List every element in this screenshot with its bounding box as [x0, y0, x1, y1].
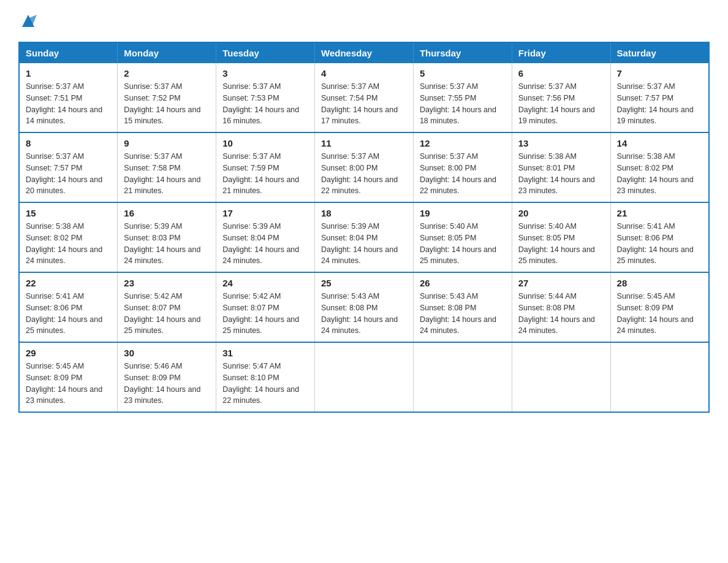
day-number: 12 [420, 138, 506, 148]
calendar-cell: 9Sunrise: 5:37 AMSunset: 7:58 PMDaylight… [118, 132, 216, 202]
day-info: Sunrise: 5:47 AMSunset: 8:10 PMDaylight:… [222, 361, 308, 407]
calendar-cell: 5Sunrise: 5:37 AMSunset: 7:55 PMDaylight… [413, 63, 512, 132]
calendar-week-row: 29Sunrise: 5:45 AMSunset: 8:09 PMDayligh… [19, 342, 709, 412]
calendar-cell: 10Sunrise: 5:37 AMSunset: 7:59 PMDayligh… [216, 132, 315, 202]
calendar-cell: 21Sunrise: 5:41 AMSunset: 8:06 PMDayligh… [610, 202, 709, 272]
calendar-cell: 13Sunrise: 5:38 AMSunset: 8:01 PMDayligh… [512, 132, 610, 202]
day-info: Sunrise: 5:38 AMSunset: 8:02 PMDaylight:… [26, 221, 111, 267]
day-number: 23 [124, 278, 210, 288]
day-number: 16 [124, 208, 210, 218]
calendar-cell: 15Sunrise: 5:38 AMSunset: 8:02 PMDayligh… [19, 202, 118, 272]
day-info: Sunrise: 5:45 AMSunset: 8:09 PMDaylight:… [26, 361, 111, 407]
day-info: Sunrise: 5:37 AMSunset: 7:57 PMDaylight:… [617, 81, 702, 127]
day-number: 3 [222, 68, 308, 79]
day-info: Sunrise: 5:37 AMSunset: 7:53 PMDaylight:… [222, 81, 308, 127]
day-info: Sunrise: 5:44 AMSunset: 8:08 PMDaylight:… [518, 291, 604, 337]
calendar-week-row: 8Sunrise: 5:37 AMSunset: 7:57 PMDaylight… [19, 132, 709, 202]
day-number: 29 [26, 348, 111, 358]
calendar-cell: 1Sunrise: 5:37 AMSunset: 7:51 PMDaylight… [19, 63, 118, 132]
page-header [18, 12, 710, 29]
day-number: 26 [420, 278, 506, 288]
day-number: 7 [617, 68, 702, 79]
calendar-cell: 23Sunrise: 5:42 AMSunset: 8:07 PMDayligh… [118, 272, 216, 342]
calendar-cell: 26Sunrise: 5:43 AMSunset: 8:08 PMDayligh… [413, 272, 512, 342]
day-info: Sunrise: 5:43 AMSunset: 8:08 PMDaylight:… [321, 291, 407, 337]
calendar-header-row: SundayMondayTuesdayWednesdayThursdayFrid… [19, 42, 709, 63]
day-info: Sunrise: 5:45 AMSunset: 8:09 PMDaylight:… [617, 291, 702, 337]
day-number: 2 [124, 68, 210, 79]
calendar-cell: 6Sunrise: 5:37 AMSunset: 7:56 PMDaylight… [512, 63, 610, 132]
calendar-cell: 4Sunrise: 5:37 AMSunset: 7:54 PMDaylight… [315, 63, 414, 132]
calendar-cell [413, 342, 512, 412]
calendar-cell: 24Sunrise: 5:42 AMSunset: 8:07 PMDayligh… [216, 272, 315, 342]
calendar-cell: 12Sunrise: 5:37 AMSunset: 8:00 PMDayligh… [413, 132, 512, 202]
calendar-cell: 30Sunrise: 5:46 AMSunset: 8:09 PMDayligh… [118, 342, 216, 412]
day-number: 9 [124, 138, 210, 148]
day-number: 5 [420, 68, 506, 79]
day-info: Sunrise: 5:37 AMSunset: 7:58 PMDaylight:… [124, 151, 210, 197]
calendar-week-row: 15Sunrise: 5:38 AMSunset: 8:02 PMDayligh… [19, 202, 709, 272]
header-monday: Monday [118, 42, 216, 63]
day-number: 1 [26, 68, 111, 79]
day-info: Sunrise: 5:46 AMSunset: 8:09 PMDaylight:… [124, 361, 210, 407]
day-info: Sunrise: 5:37 AMSunset: 7:54 PMDaylight:… [321, 81, 407, 127]
day-info: Sunrise: 5:42 AMSunset: 8:07 PMDaylight:… [124, 291, 210, 337]
calendar-cell: 8Sunrise: 5:37 AMSunset: 7:57 PMDaylight… [19, 132, 118, 202]
day-number: 24 [222, 278, 308, 288]
day-number: 20 [518, 208, 604, 218]
header-wednesday: Wednesday [315, 42, 414, 63]
day-info: Sunrise: 5:39 AMSunset: 8:04 PMDaylight:… [222, 221, 308, 267]
day-info: Sunrise: 5:42 AMSunset: 8:07 PMDaylight:… [222, 291, 308, 337]
day-number: 25 [321, 278, 407, 288]
calendar-cell: 22Sunrise: 5:41 AMSunset: 8:06 PMDayligh… [19, 272, 118, 342]
calendar-cell: 18Sunrise: 5:39 AMSunset: 8:04 PMDayligh… [315, 202, 414, 272]
calendar-cell [512, 342, 610, 412]
day-info: Sunrise: 5:41 AMSunset: 8:06 PMDaylight:… [26, 291, 111, 337]
day-number: 19 [420, 208, 506, 218]
header-saturday: Saturday [610, 42, 709, 63]
day-info: Sunrise: 5:38 AMSunset: 8:01 PMDaylight:… [518, 151, 604, 197]
day-info: Sunrise: 5:40 AMSunset: 8:05 PMDaylight:… [420, 221, 506, 267]
calendar-cell: 31Sunrise: 5:47 AMSunset: 8:10 PMDayligh… [216, 342, 315, 412]
calendar-cell: 20Sunrise: 5:40 AMSunset: 8:05 PMDayligh… [512, 202, 610, 272]
day-info: Sunrise: 5:40 AMSunset: 8:05 PMDaylight:… [518, 221, 604, 267]
day-info: Sunrise: 5:38 AMSunset: 8:02 PMDaylight:… [617, 151, 702, 197]
day-info: Sunrise: 5:37 AMSunset: 7:52 PMDaylight:… [124, 81, 210, 127]
calendar-cell: 17Sunrise: 5:39 AMSunset: 8:04 PMDayligh… [216, 202, 315, 272]
header-thursday: Thursday [413, 42, 512, 63]
day-number: 15 [26, 208, 111, 218]
logo-icon [20, 12, 37, 29]
calendar-cell: 28Sunrise: 5:45 AMSunset: 8:09 PMDayligh… [610, 272, 709, 342]
calendar-cell: 11Sunrise: 5:37 AMSunset: 8:00 PMDayligh… [315, 132, 414, 202]
day-number: 31 [222, 348, 308, 358]
calendar-cell: 29Sunrise: 5:45 AMSunset: 8:09 PMDayligh… [19, 342, 118, 412]
calendar-cell: 16Sunrise: 5:39 AMSunset: 8:03 PMDayligh… [118, 202, 216, 272]
day-number: 10 [222, 138, 308, 148]
day-info: Sunrise: 5:41 AMSunset: 8:06 PMDaylight:… [617, 221, 702, 267]
day-info: Sunrise: 5:37 AMSunset: 7:59 PMDaylight:… [222, 151, 308, 197]
calendar-week-row: 22Sunrise: 5:41 AMSunset: 8:06 PMDayligh… [19, 272, 709, 342]
calendar-cell: 7Sunrise: 5:37 AMSunset: 7:57 PMDaylight… [610, 63, 709, 132]
day-info: Sunrise: 5:37 AMSunset: 7:56 PMDaylight:… [518, 81, 604, 127]
day-info: Sunrise: 5:37 AMSunset: 8:00 PMDaylight:… [420, 151, 506, 197]
day-info: Sunrise: 5:43 AMSunset: 8:08 PMDaylight:… [420, 291, 506, 337]
day-number: 18 [321, 208, 407, 218]
calendar-table: SundayMondayTuesdayWednesdayThursdayFrid… [18, 42, 710, 413]
day-number: 11 [321, 138, 407, 148]
day-number: 22 [26, 278, 111, 288]
day-number: 14 [617, 138, 702, 148]
day-number: 13 [518, 138, 604, 148]
calendar-week-row: 1Sunrise: 5:37 AMSunset: 7:51 PMDaylight… [19, 63, 709, 132]
day-info: Sunrise: 5:39 AMSunset: 8:03 PMDaylight:… [124, 221, 210, 267]
header-tuesday: Tuesday [216, 42, 315, 63]
calendar-cell [610, 342, 709, 412]
day-info: Sunrise: 5:37 AMSunset: 7:57 PMDaylight:… [26, 151, 111, 197]
day-number: 27 [518, 278, 604, 288]
day-number: 30 [124, 348, 210, 358]
day-info: Sunrise: 5:39 AMSunset: 8:04 PMDaylight:… [321, 221, 407, 267]
day-info: Sunrise: 5:37 AMSunset: 8:00 PMDaylight:… [321, 151, 407, 197]
day-number: 6 [518, 68, 604, 79]
calendar-cell: 19Sunrise: 5:40 AMSunset: 8:05 PMDayligh… [413, 202, 512, 272]
day-number: 8 [26, 138, 111, 148]
calendar-cell: 14Sunrise: 5:38 AMSunset: 8:02 PMDayligh… [610, 132, 709, 202]
